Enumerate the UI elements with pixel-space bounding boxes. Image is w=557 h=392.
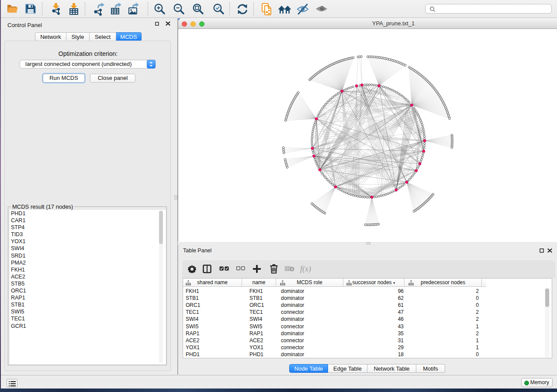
svg-text:f(x): f(x) bbox=[300, 265, 311, 274]
